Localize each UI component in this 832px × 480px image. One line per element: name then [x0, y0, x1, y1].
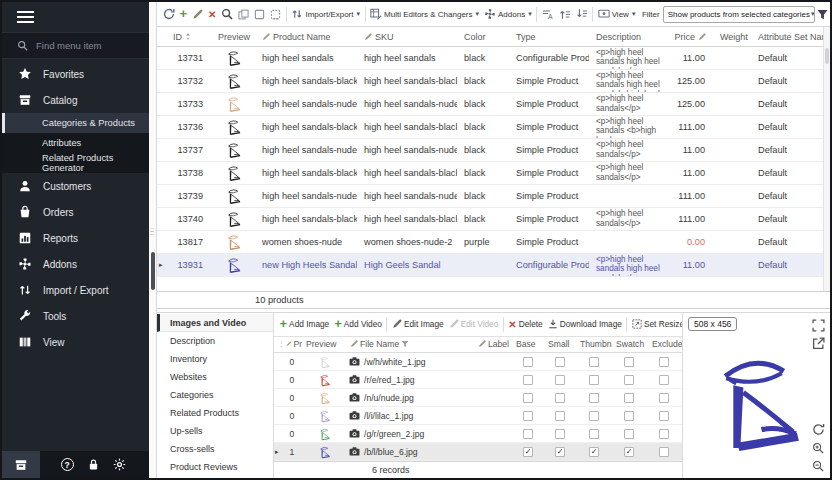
small-checkbox[interactable]	[555, 393, 565, 403]
column-header-small[interactable]: Small	[544, 339, 576, 349]
add-video-button[interactable]: +Add Video	[332, 315, 385, 334]
collapse-rows-button[interactable]	[573, 5, 590, 24]
scrollbar-thumb[interactable]	[825, 48, 829, 64]
tab-up-sells[interactable]: Up-sells	[157, 422, 273, 440]
base-checkbox[interactable]	[523, 411, 533, 421]
select-checkbox-button[interactable]	[252, 5, 268, 24]
delete-image-button[interactable]: ✕Delete	[506, 315, 545, 334]
product-row[interactable]: 13817 women shoes-nudewomen shoes-nude-2…	[157, 231, 823, 254]
search-button[interactable]	[219, 5, 236, 24]
column-header-exclude[interactable]: Exclude	[646, 339, 682, 349]
open-external-icon[interactable]	[812, 336, 826, 350]
small-checkbox[interactable]	[555, 429, 565, 439]
sidebar-item-orders[interactable]: Orders	[2, 199, 149, 225]
image-row[interactable]: ▸1 /b/l/blue_6.jpg✓✓✓✓	[274, 443, 682, 461]
column-header-attribute-set-name[interactable]: Attribute Set Name	[751, 32, 823, 42]
sidebar-item-addons[interactable]: Addons	[2, 251, 149, 277]
sidebar-item-import-export[interactable]: Import / Export	[2, 277, 149, 303]
product-row[interactable]: 13736 high heel sandals-black-36high hee…	[157, 116, 823, 139]
product-row[interactable]: 13733 high heel sandals-nudehigh heel sa…	[157, 93, 823, 116]
edit-image-button[interactable]: Edit Image	[389, 315, 446, 334]
small-checkbox[interactable]	[555, 357, 565, 367]
exclude-checkbox[interactable]	[659, 393, 669, 403]
sidebar-item-view[interactable]: View	[2, 329, 149, 355]
download-image-button[interactable]: Download Image	[545, 315, 624, 334]
column-header-type[interactable]: Type	[509, 32, 589, 42]
swatch-checkbox[interactable]	[624, 393, 634, 403]
edit-product-button[interactable]	[190, 5, 206, 24]
tab-websites[interactable]: Websites	[157, 368, 273, 386]
base-checkbox[interactable]	[523, 393, 533, 403]
thumbnail-checkbox[interactable]	[589, 357, 599, 367]
exclude-checkbox[interactable]	[659, 429, 669, 439]
add-image-button[interactable]: +Add Image	[277, 315, 332, 334]
image-row[interactable]: 0 /g/r/green_2.jpg	[274, 425, 682, 443]
copy-button[interactable]	[236, 5, 252, 24]
product-row[interactable]: 13732 high heel sandals-blackhigh heel s…	[157, 70, 823, 93]
tab-images-and-video[interactable]: Images and Video	[157, 314, 273, 332]
thumbnail-checkbox[interactable]	[589, 393, 599, 403]
base-checkbox[interactable]	[523, 429, 533, 439]
tab-product-reviews[interactable]: Product Reviews	[157, 458, 273, 476]
view-menu[interactable]: View▾	[595, 5, 638, 24]
rotate-icon[interactable]	[812, 422, 826, 436]
lock-icon[interactable]	[80, 451, 106, 478]
product-row[interactable]: 13740 high heel sandals-black-38high hee…	[157, 208, 823, 231]
grid-vertical-scrollbar[interactable]	[823, 27, 830, 291]
base-checkbox[interactable]	[523, 375, 533, 385]
sidebar-scrollbar-thumb[interactable]	[151, 252, 155, 290]
column-header-preview[interactable]: Preview	[302, 339, 346, 349]
filters-menu[interactable]: Filters▾	[815, 5, 830, 24]
small-checkbox[interactable]	[555, 411, 565, 421]
fullscreen-icon[interactable]	[812, 318, 826, 332]
exclude-checkbox[interactable]	[659, 411, 669, 421]
tab-cross-sells[interactable]: Cross-sells	[157, 440, 273, 458]
sidebar-item-attributes[interactable]: Attributes	[2, 133, 149, 153]
swatch-checkbox[interactable]	[624, 411, 634, 421]
sidebar-item-reports[interactable]: Reports	[2, 225, 149, 251]
column-header-pr[interactable]: Pr	[282, 339, 302, 349]
zoom-in-icon[interactable]	[812, 440, 826, 454]
small-checkbox[interactable]: ✓	[555, 447, 565, 457]
thumbnail-checkbox[interactable]	[589, 375, 599, 385]
sidebar-item-customers[interactable]: Customers	[2, 173, 149, 199]
product-row[interactable]: 13737 high heel sandals-nude-36high heel…	[157, 139, 823, 162]
sidebar-item-related-products-generator[interactable]: Related Products Generator	[2, 153, 149, 173]
small-checkbox[interactable]	[555, 375, 565, 385]
column-header-id[interactable]: ID	[166, 32, 211, 42]
sidebar-item-tools[interactable]: Tools	[2, 303, 149, 329]
base-checkbox[interactable]: ✓	[523, 447, 533, 457]
swatch-checkbox[interactable]	[624, 357, 634, 367]
column-header-sku[interactable]: SKU	[357, 32, 457, 42]
settings-icon[interactable]	[106, 451, 132, 478]
category-filter-select[interactable]: Show products from selected categories▾	[663, 6, 815, 23]
swatch-checkbox[interactable]	[624, 375, 634, 385]
column-header-weight[interactable]: Weight	[713, 32, 751, 42]
sidebar-search-input[interactable]: Find menu item	[2, 32, 149, 59]
paste-special-button[interactable]	[268, 5, 284, 24]
exclude-checkbox[interactable]	[659, 375, 669, 385]
swatch-checkbox[interactable]: ✓	[624, 447, 634, 457]
column-header-product-name[interactable]: Product Name	[255, 32, 357, 42]
tab-description[interactable]: Description	[157, 332, 273, 350]
delete-product-button[interactable]: ✕	[206, 5, 219, 24]
store-icon[interactable]	[2, 451, 40, 478]
column-header-color[interactable]: Color	[457, 32, 509, 42]
image-row[interactable]: 0 /r/e/red_1.jpg	[274, 371, 682, 389]
refresh-button[interactable]	[160, 5, 177, 24]
help-icon[interactable]: ?	[54, 451, 80, 478]
expand-rows-button[interactable]	[556, 5, 573, 24]
product-row[interactable]: 13739 high heel sandals-nude-37high heel…	[157, 185, 823, 208]
column-header-thumbna[interactable]: Thumbna	[576, 339, 612, 349]
tab-related-products[interactable]: Related Products	[157, 404, 273, 422]
add-product-button[interactable]: +	[177, 5, 190, 24]
product-row[interactable]: ▸13931 new High Heels SandalsHigh Geels …	[157, 254, 823, 277]
product-row[interactable]: 13738 high heel sandals-black-37high hee…	[157, 162, 823, 185]
sidebar-item-favorites[interactable]: Favorites	[2, 61, 149, 87]
addons-menu[interactable]: Addons▾	[482, 5, 535, 24]
column-header-file-name[interactable]: File Name	[346, 339, 474, 349]
image-row[interactable]: 0 /l/i/lilac_1.jpg	[274, 407, 682, 425]
thumbnail-checkbox[interactable]	[589, 429, 599, 439]
hamburger-menu-icon[interactable]	[2, 2, 149, 32]
swatch-checkbox[interactable]	[624, 429, 634, 439]
